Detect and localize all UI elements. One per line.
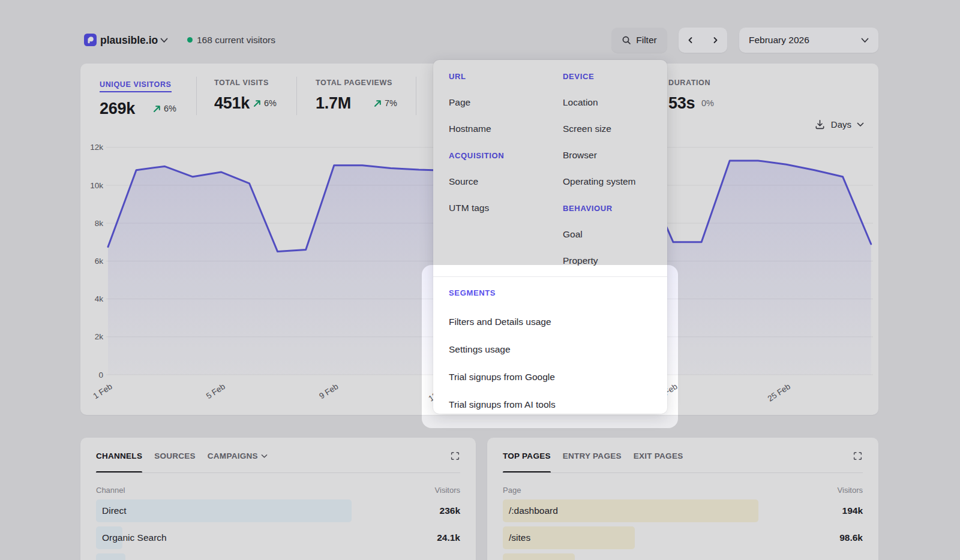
chevron-down-icon [261,454,268,459]
svg-text:4k: 4k [95,294,104,303]
row-value: 194k [842,499,863,522]
svg-text:1 Feb: 1 Feb [92,382,114,401]
site-name[interactable]: plausible.io [100,34,158,47]
stat-delta: 6% [264,98,277,109]
stat-value: 269k [100,100,135,118]
stat-total-pageviews[interactable]: TOTAL PAGEVIEWS 1.7M 7% [316,79,392,112]
stat-label: UNIQUE VISITORS [100,80,172,92]
row-bar [96,553,125,560]
tab-top-pages[interactable]: TOP PAGES [503,451,551,460]
stat-value: 451k [214,94,250,112]
segment-item[interactable]: Trial signups from Google [449,363,652,391]
filter-dropdown-menu: URLPageHostnameACQUISITIONSourceUTM tags… [433,60,667,414]
svg-text:2k: 2k [95,332,104,341]
filter-menu-item[interactable]: UTM tags [449,195,554,221]
row-value: 24.1k [437,526,460,549]
tab-exit-pages[interactable]: EXIT PAGES [634,451,683,460]
stat-visit-duration[interactable]: DURATION 53s 0% [668,79,710,112]
svg-text:5 Feb: 5 Feb [205,382,227,401]
filter-group-header: BEHAVIOUR [563,195,668,221]
stat-value: 53s [668,94,695,112]
date-range-label: February 2026 [749,35,809,46]
trend-up-arrow-icon [253,99,262,108]
svg-text:12k: 12k [90,143,103,152]
svg-text:10k: 10k [90,181,103,190]
tab-campaigns[interactable]: CAMPAIGNS [208,451,268,460]
filter-menu-item[interactable]: Screen size [563,116,668,142]
stat-label: TOTAL VISITS [214,79,269,87]
tab-entry-pages[interactable]: ENTRY PAGES [563,451,622,460]
trend-up-arrow-icon [152,104,161,113]
previous-period-button[interactable] [679,28,703,53]
trend-up-arrow-icon [373,99,382,108]
row-bar [503,553,575,560]
stat-total-visits[interactable]: TOTAL VISITS 451k 6% [214,79,269,112]
stat-label: TOTAL PAGEVIEWS [316,79,392,87]
filter-group-header: URL [449,63,554,89]
row-value: 98.6k [839,526,863,549]
column-header-visitors: Visitors [435,486,460,495]
row-label[interactable]: Direct [102,499,126,522]
row-value: 236k [440,499,460,522]
expand-icon[interactable] [450,451,460,461]
row-bar [96,499,352,522]
segment-item[interactable]: Settings usage [449,336,652,363]
plausible-dashboard: plausible.io 168 current visitors Filter… [0,0,960,560]
plausible-logo-icon [84,34,97,46]
filter-menu-item[interactable]: Goal [563,221,668,248]
table-row[interactable]: /sites98.6k [503,526,863,549]
row-label[interactable]: Organic Search [102,526,167,549]
filter-menu-item[interactable]: Hostname [449,116,554,142]
column-header-visitors: Visitors [838,486,863,495]
stat-unique-visitors[interactable]: UNIQUE VISITORS 269k 6% [100,79,172,117]
table-row[interactable]: Direct236k [96,499,460,522]
filter-menu-item[interactable]: Property [563,248,668,274]
tab-channels[interactable]: CHANNELS [96,451,142,460]
date-range-chevron-down-icon [861,38,869,43]
filter-menu-item[interactable]: Location [563,89,668,116]
stat-label: DURATION [668,79,710,87]
search-icon [622,35,631,45]
filter-button-label: Filter [636,35,656,46]
column-header-channel: Channel [96,486,125,495]
row-label[interactable]: /:dashboard [509,499,558,522]
next-period-button[interactable] [703,28,728,53]
period-nav [679,28,727,53]
column-header-page: Page [503,486,521,495]
row-label[interactable]: /sites [509,526,530,549]
expand-icon[interactable] [853,451,863,461]
stat-delta: 6% [164,103,176,114]
site-chevron-down-icon[interactable] [160,38,168,43]
stat-delta: 0% [701,98,714,109]
filter-menu-item[interactable]: Source [449,168,554,195]
tab-sources[interactable]: SOURCES [154,451,196,460]
table-row [503,553,863,560]
table-row[interactable]: /:dashboard194k [503,499,863,522]
date-range-selector[interactable]: February 2026 [739,28,878,53]
stat-delta: 7% [385,98,397,109]
svg-text:6k: 6k [95,257,104,266]
filter-menu-item[interactable]: Page [449,89,554,116]
filter-menu-item[interactable]: Operating system [563,168,668,195]
svg-text:9 Feb: 9 Feb [317,382,340,401]
svg-text:0: 0 [98,371,103,380]
table-row[interactable]: Organic Search24.1k [96,526,460,549]
live-visitors-dot [187,37,193,43]
segments-header: SEGMENTS [449,288,496,297]
pages-card: TOP PAGESENTRY PAGESEXIT PAGES Page Visi… [487,438,878,560]
filter-group-header: ACQUISITION [449,142,554,168]
filter-group-header: DEVICE [563,63,668,89]
stat-value: 1.7M [316,94,351,112]
table-row [96,553,460,560]
svg-text:8k: 8k [95,219,104,228]
filter-menu-item[interactable]: Browser [563,142,668,168]
segment-item[interactable]: Trial signups from AI tools [449,391,652,419]
current-visitors[interactable]: 168 current visitors [197,34,275,46]
svg-text:25 Feb: 25 Feb [766,382,792,403]
filter-button[interactable]: Filter [611,28,667,53]
channels-card: CHANNELSSOURCESCAMPAIGNS Channel Visitor… [80,438,476,560]
segment-item[interactable]: Filters and Details usage [449,308,652,336]
